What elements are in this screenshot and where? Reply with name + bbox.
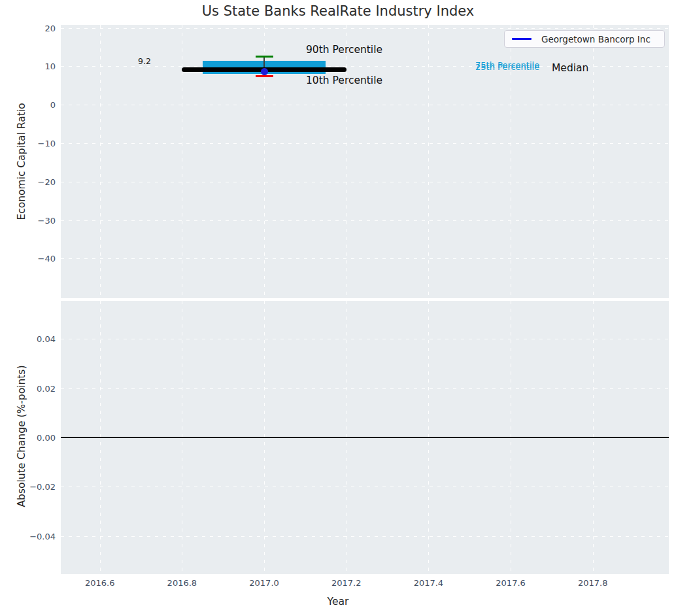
y-tick-label: 0.04: [16, 334, 56, 344]
annotation-90th-percentile: 90th Percentile: [306, 44, 382, 56]
gridline-horizontal: [61, 339, 669, 339]
legend-line-swatch: [512, 38, 532, 40]
legend-label: Georgetown Bancorp Inc: [541, 34, 651, 44]
x-tick-label: 2016.8: [167, 578, 197, 588]
y-axis-label-top: Economic Capital Ratio: [16, 103, 27, 220]
zero-line: [61, 437, 669, 438]
median-value-label: 9.2: [138, 56, 151, 66]
p90-cap: [256, 56, 273, 58]
y-tick-label: −40: [16, 254, 56, 264]
x-tick-label: 2017.6: [496, 578, 526, 588]
gridline-horizontal: [61, 182, 669, 182]
y-tick-label: 10: [16, 61, 56, 71]
gridline-horizontal: [61, 536, 669, 537]
gridline-horizontal: [61, 487, 669, 487]
p10-cap: [256, 75, 273, 77]
annotation-10th-percentile: 10th Percentile: [306, 75, 382, 86]
gridline-horizontal: [61, 388, 669, 389]
gridline-horizontal: [61, 28, 669, 29]
gridline-horizontal: [61, 143, 669, 144]
y-tick-label: 0.00: [16, 433, 56, 443]
chart-title: Us State Banks RealRate Industry Index: [0, 3, 676, 19]
chart-figure: Us State Banks RealRate Industry Index G…: [0, 0, 676, 616]
x-tick-label: 2017.8: [578, 578, 608, 588]
y-tick-label: −0.04: [16, 531, 56, 541]
y-tick-label: 0: [16, 100, 56, 110]
gridline-horizontal: [61, 105, 669, 105]
gridline-horizontal: [61, 220, 669, 221]
x-axis-label: Year: [0, 596, 676, 607]
annotation-25th-percentile: 25th Percentile: [475, 62, 539, 72]
y-tick-label: −10: [16, 139, 56, 148]
company-data-point: [261, 68, 268, 75]
y-tick-label: 20: [16, 23, 56, 33]
y-tick-label: −0.02: [16, 482, 56, 492]
x-tick-label: 2017.2: [331, 578, 362, 588]
y-tick-label: −20: [16, 177, 56, 186]
y-tick-label: 0.02: [16, 383, 56, 393]
x-tick-label: 2016.6: [85, 578, 115, 588]
annotation-median: Median: [552, 62, 588, 74]
gridline-horizontal: [61, 258, 669, 259]
x-tick-label: 2017.0: [249, 578, 279, 588]
y-tick-label: −30: [16, 215, 56, 225]
x-tick-label: 2017.4: [414, 578, 444, 588]
legend: Georgetown Bancorp Inc: [504, 30, 665, 48]
